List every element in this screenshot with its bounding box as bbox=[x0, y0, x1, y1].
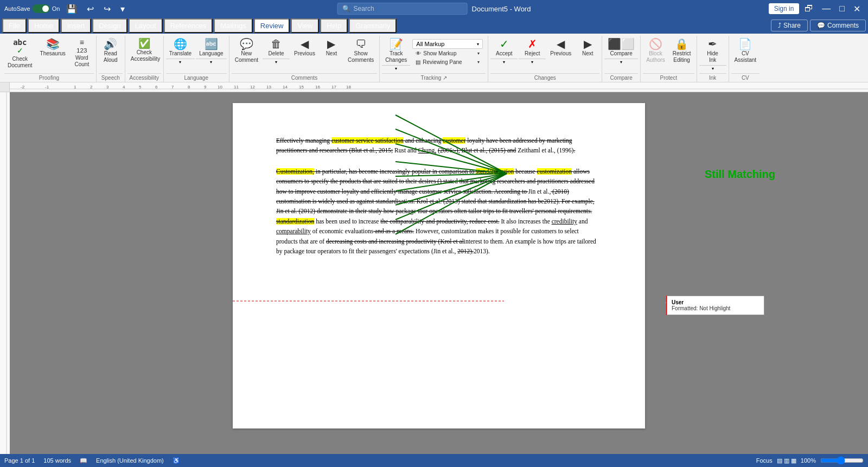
minimize-button[interactable]: — bbox=[819, 3, 834, 15]
accept-dropdown[interactable]: ▾ bbox=[490, 59, 518, 65]
menu-design[interactable]: Design bbox=[92, 18, 127, 33]
reviewing-pane-button[interactable]: ▤ Reviewing Pane ▾ bbox=[412, 58, 483, 66]
word-count-button[interactable]: ≡123 WordCount bbox=[70, 37, 94, 69]
menu-mailings[interactable]: Mailings bbox=[214, 18, 253, 33]
statusbar-right: Focus ▤ ▥ ▦ 100% bbox=[756, 456, 864, 465]
hide-ink-split: ✒ HideInk ▾ bbox=[699, 37, 726, 72]
hide-ink-button[interactable]: ✒ HideInk bbox=[699, 37, 726, 65]
view-mode-icons: ▤ ▥ ▦ bbox=[777, 457, 796, 464]
svg-text:11: 11 bbox=[234, 85, 239, 89]
restrict-editing-button[interactable]: 🔒 RestrictEditing bbox=[669, 37, 694, 65]
svg-text:1: 1 bbox=[74, 85, 76, 89]
ribbon-group-protect: 🚫 BlockAuthors 🔒 RestrictEditing Protect bbox=[641, 36, 697, 82]
menu-help[interactable]: Help bbox=[320, 18, 348, 33]
menu-view[interactable]: View bbox=[291, 18, 319, 33]
check-accessibility-button[interactable]: ✅ CheckAccessibility bbox=[127, 37, 161, 64]
menu-file[interactable]: File bbox=[2, 18, 27, 33]
reject-dropdown[interactable]: ▾ bbox=[519, 59, 546, 65]
scroll-area: Still Matching User Formatted: Not Highl… bbox=[0, 92, 868, 454]
share-button[interactable]: ⤴ Share bbox=[771, 20, 808, 31]
compare-dropdown[interactable]: ▾ bbox=[604, 59, 638, 65]
read-aloud-button[interactable]: 🔊 ReadAloud bbox=[99, 37, 123, 65]
document-area[interactable]: Still Matching User Formatted: Not Highl… bbox=[10, 92, 868, 454]
sign-in-button[interactable]: Sign in bbox=[769, 3, 800, 14]
still-matching-label: Still Matching bbox=[705, 168, 775, 181]
ribbon-group-comments: 💬 NewComment 🗑 Delete ▾ ◀ Previous ▶ Nex… bbox=[229, 36, 380, 82]
autosave-toggle-pill[interactable] bbox=[33, 4, 50, 13]
show-markup-button[interactable]: 👁 Show Markup ▾ bbox=[412, 49, 483, 57]
language-button[interactable]: 🔤 Language bbox=[196, 37, 227, 59]
search-bar[interactable]: 🔍 bbox=[337, 3, 468, 15]
menu-review[interactable]: Review bbox=[254, 18, 290, 33]
comments-header-label: Comments bbox=[827, 22, 859, 29]
accessibility-status-icon: ♿ bbox=[173, 457, 180, 464]
compare-content: ⬛⬜ Compare ▾ bbox=[604, 36, 638, 73]
svg-rect-22 bbox=[0, 92, 10, 454]
language-split: 🔤 Language ▾ bbox=[196, 37, 227, 65]
translate-icon: 🌐 bbox=[174, 39, 187, 49]
svg-text:17: 17 bbox=[331, 85, 336, 89]
document-page[interactable]: Still Matching User Formatted: Not Highl… bbox=[233, 103, 645, 428]
quick-access-dropdown[interactable]: ▾ bbox=[117, 3, 128, 15]
all-markup-dropdown[interactable]: All Markup ▾ bbox=[412, 39, 483, 49]
maximize-button[interactable]: □ bbox=[836, 3, 848, 15]
document-title: Document5 - Word bbox=[472, 5, 531, 13]
ribbon-group-tracking: 📝 TrackChanges ▾ All Markup ▾ 👁 Show Mar… bbox=[380, 36, 488, 82]
search-input[interactable] bbox=[354, 5, 451, 12]
new-comment-button[interactable]: 💬 NewComment bbox=[232, 37, 261, 65]
focus-button[interactable]: Focus bbox=[756, 457, 773, 464]
close-button[interactable]: ✕ bbox=[850, 3, 864, 15]
ruler-corner bbox=[0, 82, 10, 92]
delete-button[interactable]: 🗑 Delete bbox=[263, 37, 290, 59]
compare-button[interactable]: ⬛⬜ Compare bbox=[604, 37, 638, 59]
reviewing-pane-icon: ▤ bbox=[416, 59, 420, 65]
delete-dropdown[interactable]: ▾ bbox=[263, 59, 290, 65]
zoom-slider[interactable] bbox=[820, 456, 864, 465]
menu-home[interactable]: Home bbox=[28, 18, 60, 33]
comments-group-label: Comments bbox=[232, 73, 378, 82]
redo-button[interactable]: ↪ bbox=[100, 3, 114, 15]
language-dropdown[interactable]: ▾ bbox=[196, 59, 227, 65]
translate-dropdown[interactable]: ▾ bbox=[166, 59, 195, 65]
tracking-content: 📝 TrackChanges ▾ All Markup ▾ 👁 Show Mar… bbox=[382, 36, 486, 73]
hide-ink-dropdown[interactable]: ▾ bbox=[699, 65, 726, 72]
next-comment-button[interactable]: ▶ Next bbox=[320, 37, 343, 59]
menu-layout[interactable]: Layout bbox=[129, 18, 163, 33]
translate-button[interactable]: 🌐 Translate bbox=[166, 37, 195, 59]
tracking-label: Tracking ↗ bbox=[382, 73, 486, 82]
language-icon: 🔤 bbox=[205, 39, 218, 49]
thesaurus-button[interactable]: 📚 Thesaurus bbox=[37, 37, 69, 59]
reject-button[interactable]: ✗ Reject bbox=[519, 37, 546, 59]
ruler-container: -2 -1 1 2 3 4 5 6 7 8 9 10 11 12 13 14 1… bbox=[0, 82, 868, 92]
comment-text: Formatted: Not Highlight bbox=[672, 305, 760, 311]
autosave-control[interactable]: AutoSave On bbox=[4, 4, 60, 13]
check-document-button[interactable]: abc✓ CheckDocument bbox=[4, 37, 36, 71]
tracking-expand-icon[interactable]: ↗ bbox=[443, 75, 447, 81]
horizontal-ruler: -2 -1 1 2 3 4 5 6 7 8 9 10 11 12 13 14 1… bbox=[10, 82, 868, 92]
previous-change-button[interactable]: ◀ Previous bbox=[547, 37, 575, 59]
track-changes-button[interactable]: 📝 TrackChanges bbox=[382, 37, 410, 65]
autosave-state: On bbox=[52, 5, 60, 12]
restore-window-button[interactable]: 🗗 bbox=[801, 3, 816, 15]
show-comments-button[interactable]: 🗨 ShowComments bbox=[344, 37, 377, 65]
all-markup-label: All Markup bbox=[416, 41, 444, 47]
svg-text:7: 7 bbox=[171, 85, 174, 89]
language-label: Language bbox=[166, 73, 227, 82]
block-authors-button[interactable]: 🚫 BlockAuthors bbox=[643, 37, 668, 65]
next-change-button[interactable]: ▶ Next bbox=[576, 37, 599, 59]
comments-button[interactable]: 💬 Comments bbox=[810, 20, 866, 31]
previous-comment-button[interactable]: ◀ Previous bbox=[291, 37, 318, 59]
menu-insert[interactable]: Insert bbox=[61, 18, 92, 33]
previous-comment-icon: ◀ bbox=[301, 39, 309, 49]
menu-references[interactable]: References bbox=[164, 18, 213, 33]
accept-button[interactable]: ✓ Accept bbox=[490, 37, 518, 59]
ribbon-group-accessibility: ✅ CheckAccessibility Accessibility bbox=[125, 36, 164, 82]
undo-button[interactable]: ↩ bbox=[84, 3, 97, 15]
word-count-icon: ≡123 bbox=[76, 39, 87, 54]
restrict-editing-icon: 🔒 bbox=[675, 39, 688, 49]
save-button[interactable]: 💾 bbox=[63, 3, 80, 15]
page-info: Page 1 of 1 bbox=[4, 457, 35, 464]
track-changes-dropdown[interactable]: ▾ bbox=[382, 65, 410, 72]
cv-assistant-button[interactable]: 📄 CVAssistant bbox=[731, 37, 760, 65]
menu-grammarly[interactable]: Grammarly bbox=[349, 18, 397, 33]
